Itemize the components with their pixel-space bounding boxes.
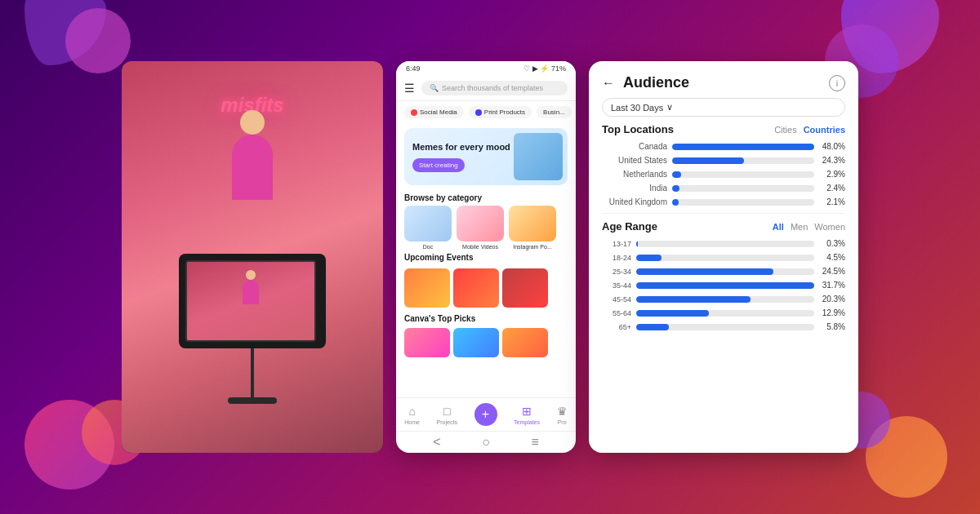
browse-thumb-ig bbox=[509, 206, 556, 241]
camera-panel: misfits bbox=[122, 61, 383, 453]
age-label: 18-24 bbox=[602, 254, 631, 262]
home-label: Home bbox=[404, 419, 420, 425]
age-bar-track bbox=[636, 310, 814, 317]
category-social-media[interactable]: Social Media bbox=[404, 106, 464, 118]
bar-fill bbox=[672, 157, 744, 164]
bar-track bbox=[672, 157, 814, 164]
banner-heading: Memes for every mood bbox=[412, 141, 510, 153]
toppicks-section-title: Canva's Top Picks bbox=[396, 311, 576, 326]
camera-tripod-base bbox=[228, 397, 277, 404]
top-locations-header: Top Locations Cities Countries bbox=[602, 123, 845, 135]
category-print-products[interactable]: Print Products bbox=[469, 106, 532, 118]
section-divider bbox=[602, 213, 845, 214]
status-icons: ♡ ▶ ⚡ 71% bbox=[523, 64, 566, 73]
top-pick-1[interactable] bbox=[404, 328, 450, 357]
age-bar-track bbox=[636, 282, 814, 289]
location-bar-row: India 2.4% bbox=[602, 184, 845, 193]
location-value: 24.3% bbox=[819, 156, 845, 165]
age-value: 0.3% bbox=[819, 239, 845, 248]
bottom-nav-create[interactable]: + bbox=[474, 403, 497, 426]
browse-grid: Doc Mobile Videos Instagram Po... bbox=[396, 206, 576, 250]
tab-women[interactable]: Women bbox=[814, 222, 845, 232]
info-icon[interactable]: i bbox=[829, 75, 845, 91]
bar-fill bbox=[672, 171, 681, 178]
browse-item-instagram[interactable]: Instagram Po... bbox=[509, 206, 556, 250]
age-bar-row: 25-34 24.5% bbox=[602, 267, 845, 276]
age-range-header: Age Range All Men Women bbox=[602, 220, 845, 233]
age-bar-row: 45-54 20.3% bbox=[602, 295, 845, 304]
audience-title: Audience bbox=[623, 74, 689, 91]
browse-thumb-video bbox=[457, 206, 504, 241]
age-bar-list: 13-17 0.3% 18-24 4.5% 25-34 24.5% 35-44 … bbox=[602, 239, 845, 331]
age-bar-track bbox=[636, 324, 814, 330]
bar-fill bbox=[672, 144, 814, 150]
browse-label-video: Mobile Videos bbox=[462, 244, 498, 250]
banner-cta-button[interactable]: Start creating bbox=[412, 158, 465, 172]
event-card-1[interactable] bbox=[404, 268, 450, 308]
tab-countries[interactable]: Countries bbox=[804, 125, 845, 135]
browse-item-mobile-video[interactable]: Mobile Videos bbox=[457, 206, 504, 250]
age-label: 13-17 bbox=[602, 240, 631, 248]
back-button[interactable]: ← bbox=[602, 76, 615, 91]
bottom-nav-home[interactable]: ⌂ Home bbox=[404, 405, 420, 425]
event-card-2[interactable] bbox=[453, 268, 499, 308]
background-person bbox=[220, 110, 285, 224]
location-value: 2.9% bbox=[819, 170, 845, 179]
location-value: 2.1% bbox=[819, 197, 845, 206]
age-label: 35-44 bbox=[602, 281, 631, 290]
tab-men[interactable]: Men bbox=[791, 222, 808, 232]
locations-bar-list: Canada 48.0% United States 24.3% Netherl… bbox=[602, 142, 845, 206]
status-time: 6:49 bbox=[406, 64, 421, 73]
age-value: 31.7% bbox=[819, 281, 845, 290]
location-bar-row: United Kingdom 2.1% bbox=[602, 197, 845, 206]
back-nav-icon[interactable]: < bbox=[433, 435, 440, 450]
android-nav-bar: < ○ ≡ bbox=[396, 431, 576, 453]
events-row bbox=[396, 265, 576, 311]
top-pick-2[interactable] bbox=[453, 328, 499, 357]
category-social-label: Social Media bbox=[420, 109, 457, 116]
browse-label-doc: Doc bbox=[423, 244, 433, 250]
age-value: 4.5% bbox=[819, 253, 845, 262]
recent-nav-icon[interactable]: ≡ bbox=[531, 435, 538, 450]
category-business-label: Busin... bbox=[543, 109, 565, 116]
age-value: 12.9% bbox=[819, 308, 845, 317]
banner: Memes for every mood Start creating bbox=[404, 128, 568, 185]
tab-all[interactable]: All bbox=[773, 222, 784, 232]
browse-section-title: Browse by category bbox=[396, 190, 576, 206]
category-business[interactable]: Busin... bbox=[537, 106, 572, 118]
search-placeholder: Search thousands of templates bbox=[442, 84, 543, 92]
tab-cities[interactable]: Cities bbox=[774, 125, 797, 135]
event-card-3[interactable] bbox=[502, 268, 548, 308]
home-nav-icon[interactable]: ○ bbox=[482, 435, 490, 450]
bar-track bbox=[672, 185, 814, 192]
bottom-nav-templates[interactable]: ⊞ Templates bbox=[514, 405, 540, 425]
camera-device bbox=[179, 254, 326, 404]
battery-indicator: 71% bbox=[551, 64, 566, 73]
age-bar-row: 13-17 0.3% bbox=[602, 239, 845, 248]
age-value: 24.5% bbox=[819, 267, 845, 276]
create-fab-button[interactable]: + bbox=[474, 403, 497, 426]
audience-header: ← Audience i bbox=[602, 74, 845, 91]
search-input[interactable]: 🔍 Search thousands of templates bbox=[421, 81, 568, 95]
browse-item-doc[interactable]: Doc bbox=[404, 206, 452, 250]
mobile-search-bar: ☰ 🔍 Search thousands of templates bbox=[396, 76, 576, 101]
date-caret-icon: ∨ bbox=[666, 102, 673, 113]
bar-fill bbox=[672, 199, 679, 206]
age-bar-fill bbox=[636, 282, 814, 289]
age-bar-track bbox=[636, 255, 814, 261]
bg-decor-2 bbox=[65, 8, 131, 73]
age-range-title: Age Range bbox=[602, 220, 657, 233]
age-value: 5.8% bbox=[819, 322, 845, 331]
camera-body bbox=[179, 254, 326, 348]
age-label: 25-34 bbox=[602, 268, 631, 276]
hamburger-icon[interactable]: ☰ bbox=[404, 82, 415, 95]
top-pick-3[interactable] bbox=[502, 328, 548, 357]
date-filter-pill[interactable]: Last 30 Days ∨ bbox=[602, 98, 845, 117]
bottom-nav-projects[interactable]: □ Projects bbox=[437, 405, 457, 425]
location-bar-row: United States 24.3% bbox=[602, 156, 845, 165]
bottom-nav-pro[interactable]: ♛ Pro bbox=[557, 405, 568, 425]
location-label: United Kingdom bbox=[602, 197, 667, 206]
age-label: 55-64 bbox=[602, 309, 631, 317]
banner-text: Memes for every mood Start creating bbox=[412, 141, 510, 171]
age-label: 65+ bbox=[602, 323, 631, 331]
